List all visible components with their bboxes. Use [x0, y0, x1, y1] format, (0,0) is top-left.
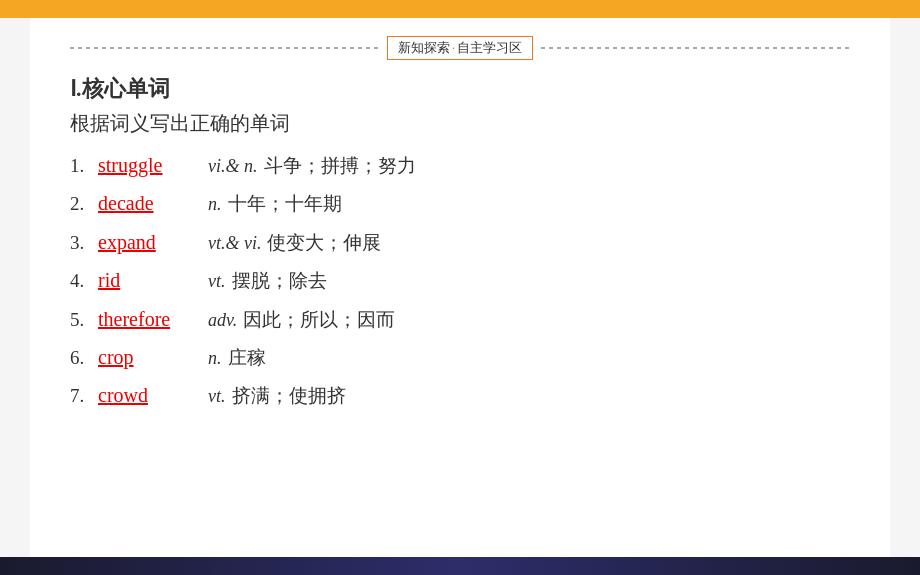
instruction: 根据词义写出正确的单词 — [70, 110, 850, 137]
word-answer: crowd — [98, 379, 198, 411]
item-num: 7. — [70, 381, 98, 411]
word-answer: therefore — [98, 303, 198, 335]
banner-dot: · — [452, 40, 455, 55]
part-of-speech: n. — [208, 190, 222, 219]
part-of-speech: vt.& vi. — [208, 229, 261, 258]
word-item: 5.therefore adv.因此；所以；因而 — [70, 303, 850, 335]
item-num: 6. — [70, 343, 98, 373]
item-num: 3. — [70, 228, 98, 258]
word-item: 6.crop n.庄稼 — [70, 341, 850, 373]
definition: 摆脱；除去 — [232, 266, 327, 296]
part-of-speech: vt. — [208, 382, 226, 411]
word-answer: rid — [98, 264, 198, 296]
definition: 十年；十年期 — [228, 189, 342, 219]
top-bar — [0, 0, 920, 18]
banner-left-text: 新知探索 — [398, 40, 450, 55]
definition: 挤满；使拥挤 — [232, 381, 346, 411]
item-num: 1. — [70, 151, 98, 181]
word-item: 3.expand vt.& vi.使变大；伸展 — [70, 226, 850, 258]
item-num: 2. — [70, 189, 98, 219]
banner-label: 新知探索·自主学习区 — [387, 36, 533, 60]
definition: 使变大；伸展 — [267, 228, 381, 258]
word-list: 1.struggle vi.& n.斗争；拼搏；努力2.decade n.十年；… — [70, 149, 850, 412]
bottom-bar — [0, 557, 920, 575]
part-of-speech: vt. — [208, 267, 226, 296]
word-answer: struggle — [98, 149, 198, 181]
word-item: 1.struggle vi.& n.斗争；拼搏；努力 — [70, 149, 850, 181]
definition: 因此；所以；因而 — [243, 305, 395, 335]
banner-line-right — [541, 47, 850, 49]
header-banner: 新知探索·自主学习区 — [70, 36, 850, 60]
word-item: 4.rid vt.摆脱；除去 — [70, 264, 850, 296]
item-num: 5. — [70, 305, 98, 335]
word-answer: decade — [98, 187, 198, 219]
banner-line-left — [70, 47, 379, 49]
part-of-speech: n. — [208, 344, 222, 373]
word-answer: expand — [98, 226, 198, 258]
item-num: 4. — [70, 266, 98, 296]
banner-right-text: 自主学习区 — [457, 40, 522, 55]
part-of-speech: vi.& n. — [208, 152, 258, 181]
definition: 斗争；拼搏；努力 — [264, 151, 416, 181]
word-item: 7.crowd vt.挤满；使拥挤 — [70, 379, 850, 411]
word-item: 2.decade n.十年；十年期 — [70, 187, 850, 219]
word-answer: crop — [98, 341, 198, 373]
main-content: 新知探索·自主学习区 Ⅰ.核心单词 根据词义写出正确的单词 1.struggle… — [30, 18, 890, 557]
section-title: Ⅰ.核心单词 — [70, 74, 850, 104]
part-of-speech: adv. — [208, 306, 237, 335]
definition: 庄稼 — [228, 343, 266, 373]
